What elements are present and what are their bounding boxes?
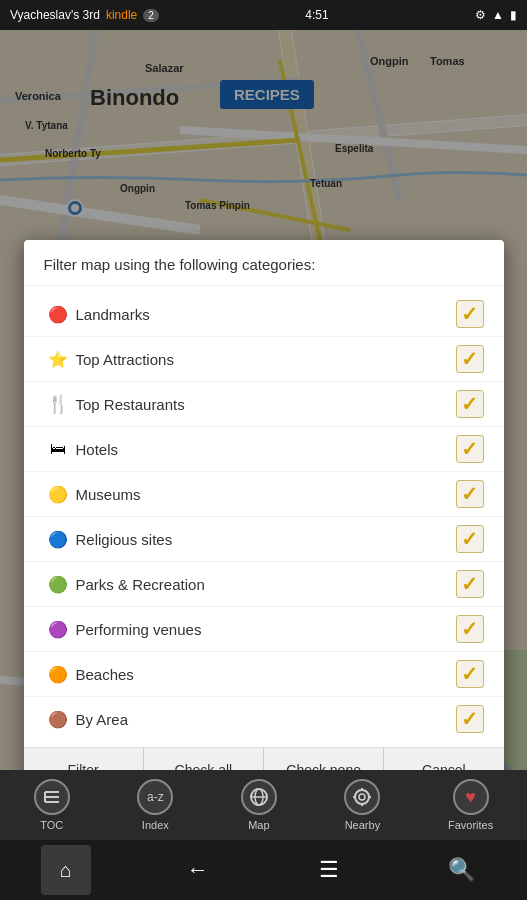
- toc-label: TOC: [40, 819, 63, 831]
- parks-checkmark: ✓: [461, 574, 478, 594]
- settings-icon: ⚙: [475, 8, 486, 22]
- map-label: Map: [248, 819, 269, 831]
- back-button[interactable]: ←: [173, 845, 223, 895]
- top-restaurants-label: Top Restaurants: [72, 396, 456, 413]
- search-button[interactable]: 🔍: [436, 845, 486, 895]
- svg-point-28: [359, 794, 365, 800]
- status-icons: ⚙ ▲ ▮: [475, 8, 517, 22]
- museums-icon: 🟡: [44, 482, 72, 506]
- hotels-label: Hotels: [72, 441, 456, 458]
- religious-label: Religious sites: [72, 531, 456, 548]
- wifi-icon: ▲: [492, 8, 504, 22]
- parks-checkbox[interactable]: ✓: [456, 570, 484, 598]
- by-area-checkmark: ✓: [461, 709, 478, 729]
- landmarks-icon: 🔴: [44, 302, 72, 326]
- battery-icon: ▮: [510, 8, 517, 22]
- parks-label: Parks & Recreation: [72, 576, 456, 593]
- status-left: Vyacheslav's 3rd kindle 2: [10, 8, 159, 22]
- nav-item-favorites[interactable]: ♥ Favorites: [448, 779, 493, 831]
- category-item-beaches[interactable]: 🟠 Beaches ✓: [24, 652, 504, 697]
- notification-badge: 2: [143, 9, 159, 22]
- nav-item-toc[interactable]: TOC: [34, 779, 70, 831]
- museums-checkmark: ✓: [461, 484, 478, 504]
- map-icon: [241, 779, 277, 815]
- menu-button[interactable]: ☰: [304, 845, 354, 895]
- kindle-label: kindle: [106, 8, 137, 22]
- performing-checkmark: ✓: [461, 619, 478, 639]
- index-label: Index: [142, 819, 169, 831]
- beaches-icon: 🟠: [44, 662, 72, 686]
- top-attractions-icon: ⭐: [44, 347, 72, 371]
- beaches-checkmark: ✓: [461, 664, 478, 684]
- category-item-hotels[interactable]: 🛏 Hotels ✓: [24, 427, 504, 472]
- svg-point-27: [355, 790, 369, 804]
- bottom-bar: ⌂ ← ☰ 🔍: [0, 840, 527, 900]
- beaches-label: Beaches: [72, 666, 456, 683]
- parks-icon: 🟢: [44, 572, 72, 596]
- app-name: Vyacheslav's 3rd: [10, 8, 100, 22]
- bottom-nav: TOC a-z Index Map Nearby ♥: [0, 770, 527, 840]
- nearby-label: Nearby: [345, 819, 380, 831]
- top-attractions-checkmark: ✓: [461, 349, 478, 369]
- hotels-checkbox[interactable]: ✓: [456, 435, 484, 463]
- religious-checkbox[interactable]: ✓: [456, 525, 484, 553]
- nav-item-index[interactable]: a-z Index: [137, 779, 173, 831]
- top-restaurants-checkbox[interactable]: ✓: [456, 390, 484, 418]
- by-area-label: By Area: [72, 711, 456, 728]
- museums-checkbox[interactable]: ✓: [456, 480, 484, 508]
- by-area-checkbox[interactable]: ✓: [456, 705, 484, 733]
- religious-checkmark: ✓: [461, 529, 478, 549]
- by-area-icon: 🟤: [44, 707, 72, 731]
- toc-icon: [34, 779, 70, 815]
- performing-checkbox[interactable]: ✓: [456, 615, 484, 643]
- hotels-icon: 🛏: [44, 437, 72, 461]
- category-list: 🔴 Landmarks ✓ ⭐ Top Attractions ✓ 🍴 Top …: [24, 286, 504, 747]
- category-item-landmarks[interactable]: 🔴 Landmarks ✓: [24, 292, 504, 337]
- performing-label: Performing venues: [72, 621, 456, 638]
- nearby-icon: [344, 779, 380, 815]
- landmarks-checkmark: ✓: [461, 304, 478, 324]
- top-restaurants-checkmark: ✓: [461, 394, 478, 414]
- category-item-performing[interactable]: 🟣 Performing venues ✓: [24, 607, 504, 652]
- status-bar: Vyacheslav's 3rd kindle 2 4:51 ⚙ ▲ ▮: [0, 0, 527, 30]
- category-item-parks[interactable]: 🟢 Parks & Recreation ✓: [24, 562, 504, 607]
- filter-dialog: Filter map using the following categorie…: [24, 240, 504, 792]
- category-item-by-area[interactable]: 🟤 By Area ✓: [24, 697, 504, 741]
- index-icon: a-z: [137, 779, 173, 815]
- nav-item-nearby[interactable]: Nearby: [344, 779, 380, 831]
- favorites-label: Favorites: [448, 819, 493, 831]
- nav-item-map[interactable]: Map: [241, 779, 277, 831]
- landmarks-checkbox[interactable]: ✓: [456, 300, 484, 328]
- category-item-top-attractions[interactable]: ⭐ Top Attractions ✓: [24, 337, 504, 382]
- top-restaurants-icon: 🍴: [44, 392, 72, 416]
- hotels-checkmark: ✓: [461, 439, 478, 459]
- landmarks-label: Landmarks: [72, 306, 456, 323]
- museums-label: Museums: [72, 486, 456, 503]
- dialog-title: Filter map using the following categorie…: [24, 240, 504, 286]
- favorites-icon: ♥: [453, 779, 489, 815]
- performing-icon: 🟣: [44, 617, 72, 641]
- top-attractions-label: Top Attractions: [72, 351, 456, 368]
- beaches-checkbox[interactable]: ✓: [456, 660, 484, 688]
- home-button[interactable]: ⌂: [41, 845, 91, 895]
- religious-icon: 🔵: [44, 527, 72, 551]
- top-attractions-checkbox[interactable]: ✓: [456, 345, 484, 373]
- status-time: 4:51: [305, 8, 328, 22]
- category-item-museums[interactable]: 🟡 Museums ✓: [24, 472, 504, 517]
- category-item-top-restaurants[interactable]: 🍴 Top Restaurants ✓: [24, 382, 504, 427]
- category-item-religious[interactable]: 🔵 Religious sites ✓: [24, 517, 504, 562]
